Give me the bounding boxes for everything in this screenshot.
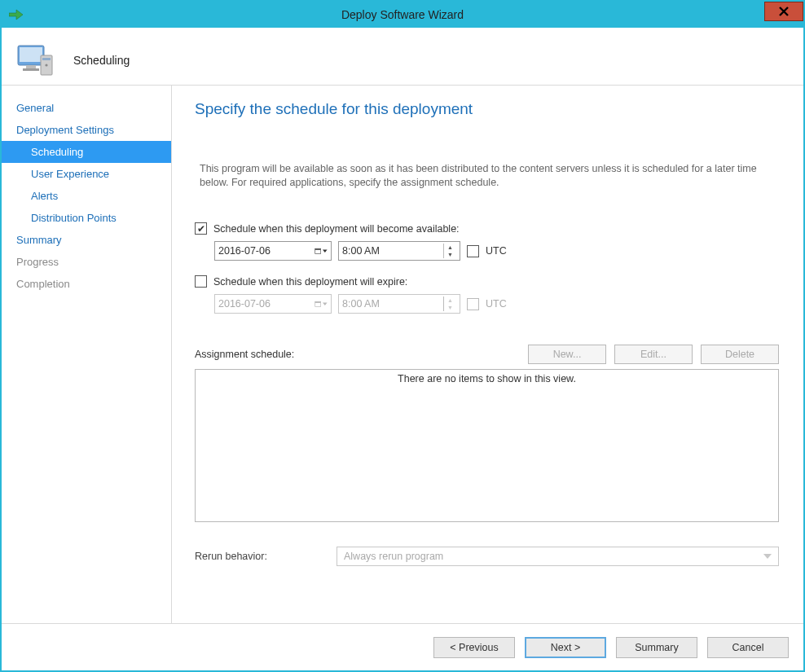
available-date-input[interactable]: 2016-07-06	[214, 241, 332, 261]
schedule-expire-controls: 2016-07-06 8:00 AM ▲▼ UTC	[195, 294, 779, 314]
sidebar-item-scheduling[interactable]: Scheduling	[2, 141, 171, 163]
schedule-expire-checkbox[interactable]	[195, 275, 207, 288]
rerun-label: Rerun behavior:	[195, 551, 325, 562]
expire-utc-label: UTC	[486, 298, 507, 310]
intro-text: This program will be available as soon a…	[195, 162, 779, 190]
schedule-available-label: Schedule when this deployment will becom…	[213, 223, 460, 235]
sidebar-item-distribution-points[interactable]: Distribution Points	[2, 207, 171, 229]
sidebar-item-alerts[interactable]: Alerts	[2, 185, 171, 207]
available-date-value: 2016-07-06	[218, 245, 271, 257]
svg-rect-10	[315, 301, 321, 303]
chevron-down-icon	[763, 551, 772, 562]
time-spinner-icon: ▲▼	[443, 296, 456, 311]
expire-time-value: 8:00 AM	[342, 298, 380, 310]
cancel-button[interactable]: Cancel	[707, 637, 789, 658]
svg-rect-3	[23, 68, 39, 71]
svg-rect-8	[315, 248, 321, 250]
rerun-select: Always rerun program	[337, 547, 779, 566]
sidebar-item-progress: Progress	[2, 251, 171, 273]
main-heading: Specify the schedule for this deployment	[195, 100, 779, 118]
wizard-window: Deploy Software Wizard Scheduling Gener	[0, 0, 805, 672]
expire-date-value: 2016-07-06	[218, 298, 271, 310]
wizard-icon	[13, 39, 62, 81]
calendar-dropdown-icon[interactable]	[315, 244, 328, 257]
svg-rect-5	[42, 58, 51, 60]
assignment-schedule-row: Assignment schedule: New... Edit... Dele…	[195, 345, 779, 364]
schedule-available-controls: 2016-07-06 8:00 AM ▲▼ UTC	[195, 241, 779, 261]
time-spinner-icon[interactable]: ▲▼	[443, 244, 456, 258]
close-button[interactable]	[764, 2, 803, 21]
expire-utc-checkbox	[467, 298, 479, 310]
main-panel: Specify the schedule for this deployment…	[172, 86, 803, 623]
schedule-expire-row: Schedule when this deployment will expir…	[195, 275, 779, 288]
next-button[interactable]: Next >	[525, 637, 606, 658]
assignment-listbox[interactable]: There are no items to show in this view.	[195, 369, 779, 522]
available-time-input[interactable]: 8:00 AM ▲▼	[338, 241, 460, 261]
expire-time-input: 8:00 AM ▲▼	[338, 294, 460, 314]
sidebar-item-summary[interactable]: Summary	[2, 229, 171, 251]
calendar-dropdown-icon	[315, 297, 328, 310]
wizard-footer: < Previous Next > Summary Cancel	[2, 623, 803, 670]
titlebar: Deploy Software Wizard	[2, 2, 803, 28]
available-utc-label: UTC	[486, 245, 507, 257]
assignment-new-button[interactable]: New...	[528, 345, 606, 364]
schedule-available-row: ✔ Schedule when this deployment will bec…	[195, 222, 779, 235]
assignment-edit-button: Edit...	[614, 345, 693, 364]
schedule-expire-label: Schedule when this deployment will expir…	[213, 276, 407, 288]
sidebar-item-completion: Completion	[2, 273, 171, 295]
rerun-row: Rerun behavior: Always rerun program	[195, 547, 779, 566]
schedule-available-checkbox[interactable]: ✔	[195, 222, 207, 235]
sidebar-item-general[interactable]: General	[2, 97, 171, 119]
expire-date-input: 2016-07-06	[214, 294, 332, 314]
previous-button[interactable]: < Previous	[433, 637, 515, 658]
rerun-select-value: Always rerun program	[344, 551, 443, 562]
assignment-delete-button: Delete	[701, 345, 779, 364]
page-banner: Scheduling	[2, 28, 803, 85]
sidebar-item-user-experience[interactable]: User Experience	[2, 163, 171, 185]
assignment-schedule-label: Assignment schedule:	[195, 349, 520, 360]
sidebar-item-deployment-settings[interactable]: Deployment Settings	[2, 119, 171, 141]
assignment-empty-text: There are no items to show in this view.	[398, 373, 576, 384]
page-title: Scheduling	[73, 54, 130, 67]
available-utc-checkbox[interactable]	[467, 245, 479, 257]
summary-button[interactable]: Summary	[616, 637, 697, 658]
wizard-body: General Deployment Settings Scheduling U…	[2, 85, 803, 623]
svg-rect-1	[20, 47, 42, 62]
svg-point-6	[45, 64, 47, 66]
forward-arrow-icon	[7, 7, 26, 23]
steps-sidebar: General Deployment Settings Scheduling U…	[2, 86, 172, 623]
window-title: Deploy Software Wizard	[2, 8, 803, 21]
available-time-value: 8:00 AM	[342, 245, 380, 257]
svg-rect-2	[26, 65, 36, 68]
